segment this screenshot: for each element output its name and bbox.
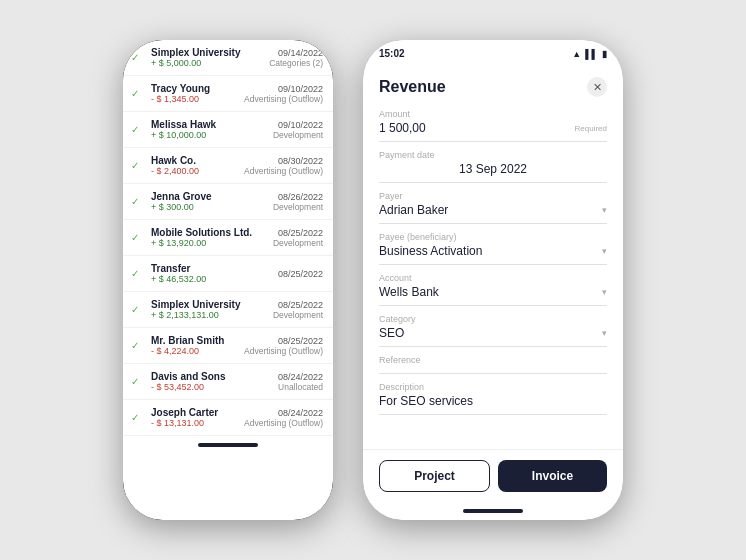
transaction-amount: - $ 2,400.00 <box>151 166 238 176</box>
transaction-name: Mr. Brian Smith <box>151 335 238 346</box>
transaction-amount: - $ 4,224.00 <box>151 346 238 356</box>
transaction-item[interactable]: ✓Jenna Grove+ $ 300.0008/26/2022Developm… <box>123 184 333 220</box>
form-card: Revenue ✕ Amount 1 500,00 Required Payme… <box>363 63 623 449</box>
transaction-item[interactable]: ✓Simplex University+ $ 5,000.0009/14/202… <box>123 40 333 76</box>
payer-field[interactable]: Payer Adrian Baker ▾ <box>379 191 607 224</box>
transaction-name: Transfer <box>151 263 272 274</box>
transaction-category: Development <box>273 202 323 212</box>
category-chevron: ▾ <box>602 328 607 338</box>
transaction-list: ✓Simplex University+ $ 5,000.0009/14/202… <box>123 40 333 436</box>
transaction-category: Development <box>273 238 323 248</box>
form-header: Revenue ✕ <box>379 77 607 97</box>
right-phone: 15:02 ▲ ▌▌ ▮ Revenue ✕ Amount 1 500,00 R… <box>363 40 623 520</box>
transaction-name: Mobile Solutions Ltd. <box>151 227 267 238</box>
payer-chevron: ▾ <box>602 205 607 215</box>
transaction-category: Categories (2) <box>269 58 323 68</box>
transaction-amount: + $ 2,133,131.00 <box>151 310 267 320</box>
transaction-name: Jenna Grove <box>151 191 267 202</box>
transaction-name: Simplex University <box>151 47 263 58</box>
payment-date-label: Payment date <box>379 150 607 160</box>
transaction-name: Tracy Young <box>151 83 238 94</box>
wifi-icon: ▲ <box>572 49 581 59</box>
home-indicator <box>123 436 333 454</box>
transaction-item[interactable]: ✓Transfer+ $ 46,532.0008/25/2022 <box>123 256 333 292</box>
transaction-date: 08/26/2022 <box>273 192 323 202</box>
reference-label: Reference <box>379 355 607 365</box>
check-icon: ✓ <box>131 160 145 171</box>
account-label: Account <box>379 273 607 283</box>
left-phone: ✓Simplex University+ $ 5,000.0009/14/202… <box>123 40 333 520</box>
category-value: SEO ▾ <box>379 326 607 340</box>
description-label: Description <box>379 382 607 392</box>
account-value: Wells Bank ▾ <box>379 285 607 299</box>
transaction-date: 08/24/2022 <box>244 408 323 418</box>
check-icon: ✓ <box>131 52 145 63</box>
transaction-date: 08/30/2022 <box>244 156 323 166</box>
payee-chevron: ▾ <box>602 246 607 256</box>
payment-date-value: 13 Sep 2022 <box>379 162 607 176</box>
check-icon: ✓ <box>131 232 145 243</box>
transaction-amount: - $ 53,452.00 <box>151 382 272 392</box>
transaction-amount: - $ 13,131.00 <box>151 418 238 428</box>
transaction-item[interactable]: ✓Mr. Brian Smith- $ 4,224.0008/25/2022Ad… <box>123 328 333 364</box>
transaction-date: 08/24/2022 <box>278 372 323 382</box>
payee-value: Business Activation ▾ <box>379 244 607 258</box>
bottom-buttons: Project Invoice <box>363 449 623 502</box>
amount-field[interactable]: Amount 1 500,00 Required <box>379 109 607 142</box>
transaction-date: 08/25/2022 <box>244 336 323 346</box>
category-label: Category <box>379 314 607 324</box>
transaction-name: Melissa Hawk <box>151 119 267 130</box>
transaction-date: 08/25/2022 <box>273 300 323 310</box>
payee-field[interactable]: Payee (beneficiary) Business Activation … <box>379 232 607 265</box>
payee-label: Payee (beneficiary) <box>379 232 607 242</box>
transaction-item[interactable]: ✓Simplex University+ $ 2,133,131.0008/25… <box>123 292 333 328</box>
transaction-date: 08/25/2022 <box>278 269 323 279</box>
transaction-item[interactable]: ✓Davis and Sons- $ 53,452.0008/24/2022Un… <box>123 364 333 400</box>
transaction-item[interactable]: ✓Tracy Young- $ 1,345.0009/10/2022Advert… <box>123 76 333 112</box>
transaction-name: Simplex University <box>151 299 267 310</box>
invoice-button[interactable]: Invoice <box>498 460 607 492</box>
account-chevron: ▾ <box>602 287 607 297</box>
transaction-item[interactable]: ✓Joseph Carter- $ 13,131.0008/24/2022Adv… <box>123 400 333 436</box>
transaction-category: Development <box>273 310 323 320</box>
transaction-item[interactable]: ✓Hawk Co.- $ 2,400.0008/30/2022Advertisi… <box>123 148 333 184</box>
status-time: 15:02 <box>379 48 405 59</box>
transaction-category: Advertising (Outflow) <box>244 346 323 356</box>
check-icon: ✓ <box>131 340 145 351</box>
category-field[interactable]: Category SEO ▾ <box>379 314 607 347</box>
transaction-amount: + $ 13,920.00 <box>151 238 267 248</box>
reference-field[interactable]: Reference <box>379 355 607 374</box>
transaction-name: Davis and Sons <box>151 371 272 382</box>
transaction-date: 09/10/2022 <box>273 120 323 130</box>
form-title: Revenue <box>379 78 446 96</box>
check-icon: ✓ <box>131 88 145 99</box>
transaction-item[interactable]: ✓Melissa Hawk+ $ 10,000.0009/10/2022Deve… <box>123 112 333 148</box>
transaction-name: Hawk Co. <box>151 155 238 166</box>
project-button[interactable]: Project <box>379 460 490 492</box>
check-icon: ✓ <box>131 196 145 207</box>
transaction-category: Development <box>273 130 323 140</box>
check-icon: ✓ <box>131 376 145 387</box>
payer-label: Payer <box>379 191 607 201</box>
transaction-amount: - $ 1,345.00 <box>151 94 238 104</box>
check-icon: ✓ <box>131 268 145 279</box>
transaction-date: 08/25/2022 <box>273 228 323 238</box>
transaction-name: Joseph Carter <box>151 407 238 418</box>
account-field[interactable]: Account Wells Bank ▾ <box>379 273 607 306</box>
close-button[interactable]: ✕ <box>587 77 607 97</box>
home-indicator-right <box>363 502 623 520</box>
description-field[interactable]: Description For SEO services <box>379 382 607 415</box>
payment-date-field[interactable]: Payment date 13 Sep 2022 <box>379 150 607 183</box>
transaction-category: Advertising (Outflow) <box>244 166 323 176</box>
status-icons: ▲ ▌▌ ▮ <box>572 49 607 59</box>
check-icon: ✓ <box>131 412 145 423</box>
transaction-item[interactable]: ✓Mobile Solutions Ltd.+ $ 13,920.0008/25… <box>123 220 333 256</box>
payer-value: Adrian Baker ▾ <box>379 203 607 217</box>
transaction-category: Advertising (Outflow) <box>244 418 323 428</box>
check-icon: ✓ <box>131 304 145 315</box>
description-value: For SEO services <box>379 394 607 408</box>
signal-icon: ▌▌ <box>585 49 598 59</box>
transaction-amount: + $ 5,000.00 <box>151 58 263 68</box>
transaction-category: Advertising (Outflow) <box>244 94 323 104</box>
transaction-date: 09/10/2022 <box>244 84 323 94</box>
